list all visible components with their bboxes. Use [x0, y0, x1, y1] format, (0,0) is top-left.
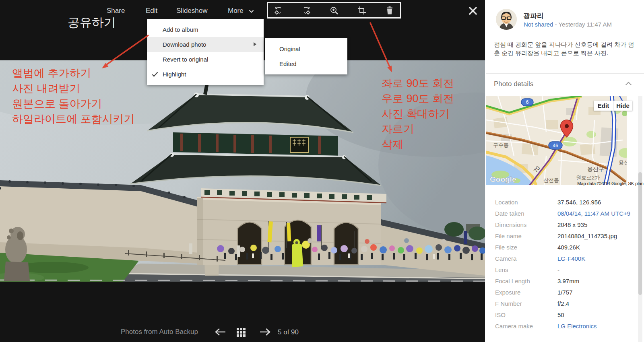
rotate-right-icon[interactable] [301, 5, 312, 16]
detail-label: ISO [495, 311, 557, 319]
detail-row-camera: Camera LG-F400K [495, 255, 638, 262]
delete-icon[interactable] [384, 5, 395, 16]
menu-item-download-photo[interactable]: Download photo [147, 37, 264, 52]
crop-icon[interactable] [357, 5, 367, 16]
annotation-line: 원본으로 돌아가기 [12, 96, 135, 111]
detail-row-camera-make: Camera make LG Electronics [495, 322, 638, 330]
annotation-line: 사진 내려받기 [12, 81, 135, 96]
previous-photo-icon[interactable] [214, 327, 227, 337]
map-label-yongsan-gu: 용산구 [587, 166, 604, 172]
menu-edit[interactable]: Edit [146, 7, 157, 15]
detail-label: Date taken [495, 210, 557, 217]
detail-row-iso: ISO 50 [495, 311, 638, 319]
menu-share[interactable]: Share [107, 7, 125, 15]
detail-value: 1/757 [557, 288, 638, 296]
photo-counter: 5 of 90 [278, 328, 299, 336]
photo-toolbar [267, 2, 401, 19]
detail-row-lens: Lens - [495, 266, 638, 274]
avatar[interactable] [496, 9, 517, 30]
rotate-left-icon[interactable] [273, 5, 284, 16]
photo-viewer-screen: Share Edit Slideshow More [0, 0, 644, 342]
menu-more[interactable]: More [228, 7, 244, 15]
detail-value: f/2.4 [557, 300, 638, 307]
map-attribution: Map data ©2014 Google, SK plan [577, 181, 644, 186]
map-label-wonhyoro-2ga: 원효로2가 [576, 175, 600, 181]
map-label-gusu-dong: 구수동 [493, 142, 509, 148]
detail-value: 409.26K [557, 243, 638, 251]
checkmark-icon [152, 72, 158, 77]
close-icon[interactable] [468, 6, 478, 16]
annotation-line: 사진 확대하기 [382, 106, 454, 122]
album-title: Photos from Auto Backup [121, 328, 198, 336]
annotation-line: 삭제 [382, 137, 454, 152]
detail-label: File size [495, 243, 557, 251]
detail-label: Focal Length [495, 277, 557, 285]
map-buttons: Edit Hide [594, 101, 632, 111]
detail-label: File name [495, 232, 557, 240]
submenu-arrow-icon [254, 42, 256, 46]
photo-description: 점심 때 광화문 앞을 지나다가 신호등에 걸려 차가 멈춘 순간 유리창을 내… [494, 40, 638, 57]
detail-label: F Number [495, 300, 557, 307]
detail-label: Camera [495, 255, 557, 262]
edit-dropdown-menu: Add to album Download photo Revert to or… [147, 19, 264, 85]
google-logo: Google [490, 175, 516, 183]
detail-value: - [557, 266, 638, 274]
detail-label: Camera make [495, 322, 557, 330]
collapse-chevron-up-icon[interactable] [625, 82, 632, 86]
detail-value-link[interactable]: LG Electronics [557, 322, 638, 330]
photo-info-sidebar: 광파리 Not shared - Yesterday 11:47 AM 점심 때… [485, 0, 644, 342]
menu-item-revert-to-original[interactable]: Revert to original [147, 52, 264, 67]
annotation-right-list: 좌로 90도 회전 우로 90도 회전 사진 확대하기 자르기 삭제 [382, 76, 454, 152]
share-status: Not shared [524, 21, 553, 28]
detail-value-link[interactable]: LG-F400K [557, 255, 638, 262]
submenu-item-original[interactable]: Original [265, 41, 347, 56]
detail-row-focal-length: Focal Length 3.97mm [495, 277, 638, 285]
detail-row-date-taken: Date taken 08/04/14, 11:47 AM UTC+9 [495, 210, 638, 217]
annotation-line: 우로 90도 회전 [382, 91, 454, 106]
detail-value-link[interactable]: 08/04/14, 11:47 AM UTC+9 [557, 210, 638, 217]
detail-row-dimensions: Dimensions 2048 x 935 [495, 221, 638, 229]
grid-view-icon[interactable] [236, 327, 246, 338]
chevron-down-icon [249, 10, 254, 13]
annotation-line: 앨범에 추가하기 [12, 66, 135, 81]
map-hide-button[interactable]: Hide [613, 101, 632, 111]
detail-row-file-name: File name 20140804_114735.jpg [495, 232, 638, 240]
detail-label: Location [495, 198, 557, 206]
timestamp: - Yesterday 11:47 AM [553, 21, 612, 28]
detail-row-f-number: F Number f/2.4 [495, 300, 638, 307]
zoom-in-icon[interactable] [329, 5, 339, 16]
photo-viewer: Share Edit Slideshow More [0, 0, 485, 342]
detail-label: Exposure [495, 288, 557, 296]
user-name[interactable]: 광파리 [523, 11, 544, 21]
detail-value: 37.546, 126.956 [557, 198, 638, 206]
map-label-sancheon-dong: 산천동 [543, 177, 559, 183]
annotation-line: 좌로 90도 회전 [382, 76, 454, 91]
map-edit-button[interactable]: Edit [594, 101, 613, 111]
route-badge-6-label: 6 [526, 99, 529, 105]
menu-item-highlight[interactable]: Highlight [147, 67, 264, 82]
detail-value: 50 [557, 311, 638, 319]
detail-label: Lens [495, 266, 557, 274]
next-photo-icon[interactable] [258, 327, 272, 337]
annotation-share-korean: 공유하기 [68, 14, 116, 31]
menu-item-label: Highlight [163, 71, 186, 78]
detail-value: 3.97mm [557, 277, 638, 285]
map-label-yongsandong: 용산동1 [619, 159, 627, 165]
annotation-line: 하일라이트에 포함시키기 [12, 111, 135, 127]
annotation-line: 자르기 [382, 122, 454, 137]
scrollbar-thumb[interactable] [638, 172, 642, 295]
download-submenu: Original Edited [265, 38, 347, 74]
detail-row-exposure: Exposure 1/757 [495, 288, 638, 296]
menu-slideshow[interactable]: Slideshow [176, 7, 208, 15]
detail-row-location: Location 37.546, 126.956 [495, 198, 638, 206]
route-badge-46-label: 46 [553, 143, 558, 148]
detail-value: 20140804_114735.jpg [557, 232, 638, 240]
submenu-item-edited[interactable]: Edited [265, 56, 347, 71]
detail-label: Dimensions [495, 221, 557, 229]
annotation-left-list: 앨범에 추가하기 사진 내려받기 원본으로 돌아가기 하일라이트에 포함시키기 [12, 66, 135, 127]
detail-value: 2048 x 935 [557, 221, 638, 229]
share-status-line: Not shared - Yesterday 11:47 AM [524, 21, 612, 28]
divider [486, 73, 644, 74]
menu-item-label: Download photo [163, 41, 206, 48]
menu-item-add-to-album[interactable]: Add to album [147, 22, 264, 37]
